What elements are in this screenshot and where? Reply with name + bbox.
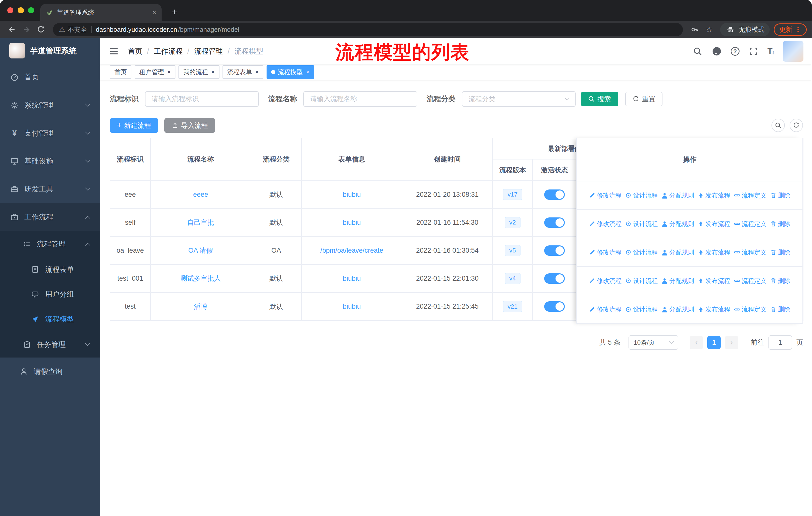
process-definition-link[interactable]: 流程定义: [734, 220, 767, 228]
reload-icon[interactable]: [34, 23, 48, 36]
prev-page-button[interactable]: ‹: [690, 336, 703, 349]
delete-link[interactable]: 删除: [770, 305, 790, 314]
assign-rule-link[interactable]: 分配规则: [662, 191, 694, 199]
toggle-search-button[interactable]: [772, 119, 785, 132]
active-toggle[interactable]: [544, 217, 565, 228]
sidebar-item-leave-query[interactable]: 请假查询: [0, 357, 100, 385]
active-toggle[interactable]: [544, 273, 565, 284]
back-icon[interactable]: [5, 23, 19, 36]
font-size-icon[interactable]: T↕: [767, 47, 774, 56]
process-name-link[interactable]: OA 请假: [188, 247, 213, 254]
page-number-1[interactable]: 1: [707, 336, 721, 349]
github-icon[interactable]: [712, 46, 722, 56]
process-definition-link[interactable]: 流程定义: [734, 277, 767, 285]
tag-close-icon[interactable]: ×: [167, 69, 171, 76]
zoom-window-button[interactable]: [28, 7, 34, 13]
publish-process-link[interactable]: 发布流程: [698, 305, 730, 314]
publish-process-link[interactable]: 发布流程: [698, 248, 730, 256]
sidebar-item-user-group[interactable]: 用户分组: [0, 282, 100, 307]
minimize-window-button[interactable]: [18, 7, 24, 13]
process-id-input[interactable]: [145, 91, 259, 107]
user-avatar[interactable]: [783, 41, 804, 61]
sidebar-item-process-model[interactable]: 流程模型: [0, 307, 100, 332]
search-icon[interactable]: [692, 46, 703, 56]
create-process-button[interactable]: + 新建流程: [110, 118, 158, 133]
tab-close-icon[interactable]: ×: [152, 8, 156, 17]
form-info-link[interactable]: biubiu: [343, 303, 361, 310]
modify-process-link[interactable]: 修改流程: [589, 277, 622, 285]
process-name-input[interactable]: [303, 91, 417, 107]
help-icon[interactable]: ?: [731, 47, 740, 56]
sidebar-item-payment[interactable]: ¥ 支付管理: [0, 119, 100, 147]
close-window-button[interactable]: [7, 7, 13, 13]
fullscreen-icon[interactable]: [748, 46, 759, 56]
view-tag[interactable]: 流程表单 ×: [223, 65, 263, 79]
active-toggle[interactable]: [544, 301, 565, 312]
modify-process-link[interactable]: 修改流程: [589, 248, 622, 256]
form-info-link[interactable]: biubiu: [343, 275, 361, 282]
design-process-link[interactable]: 设计流程: [625, 305, 658, 314]
breadcrumb-home[interactable]: 首页: [128, 46, 142, 56]
assign-rule-link[interactable]: 分配规则: [662, 277, 694, 285]
active-toggle[interactable]: [544, 189, 565, 200]
publish-process-link[interactable]: 发布流程: [698, 191, 730, 199]
view-tag[interactable]: 我的流程 ×: [178, 65, 219, 79]
sidebar-item-infrastructure[interactable]: 基础设施: [0, 147, 100, 175]
sidebar-item-system[interactable]: 系统管理: [0, 91, 100, 119]
password-key-icon[interactable]: [688, 23, 701, 36]
sidebar-item-process-management[interactable]: 流程管理: [0, 231, 100, 257]
next-page-button[interactable]: ›: [725, 336, 738, 349]
tag-close-icon[interactable]: ×: [306, 69, 309, 76]
process-name-link[interactable]: 滔博: [194, 303, 207, 310]
process-definition-link[interactable]: 流程定义: [734, 248, 767, 256]
forward-icon[interactable]: [20, 23, 33, 36]
goto-page-input[interactable]: [768, 335, 792, 350]
view-tag[interactable]: 首页 ×: [110, 65, 132, 79]
process-definition-link[interactable]: 流程定义: [734, 191, 767, 199]
reset-button[interactable]: 重置: [625, 92, 663, 106]
browser-menu-icon[interactable]: ⋮: [795, 26, 802, 33]
publish-process-link[interactable]: 发布流程: [698, 277, 730, 285]
sidebar-item-workflow[interactable]: 工作流程: [0, 203, 100, 231]
breadcrumb-process-management[interactable]: 流程管理: [194, 46, 223, 56]
app-logo[interactable]: 芋道管理系统: [0, 38, 100, 63]
delete-link[interactable]: 删除: [770, 248, 790, 256]
sidebar-item-home[interactable]: 首页: [0, 63, 100, 91]
delete-link[interactable]: 删除: [770, 277, 790, 285]
page-size-select[interactable]: 10条/页: [629, 335, 678, 350]
assign-rule-link[interactable]: 分配规则: [662, 305, 694, 314]
form-info-link[interactable]: /bpm/oa/leave/create: [320, 247, 383, 254]
process-category-select[interactable]: 流程分类: [462, 91, 576, 107]
view-tag[interactable]: 租户管理 ×: [135, 65, 175, 79]
import-process-button[interactable]: 导入流程: [164, 118, 215, 133]
tag-close-icon[interactable]: ×: [255, 69, 259, 76]
refresh-button[interactable]: [790, 119, 803, 132]
design-process-link[interactable]: 设计流程: [625, 277, 658, 285]
tag-close-icon[interactable]: ×: [211, 69, 215, 76]
assign-rule-link[interactable]: 分配规则: [662, 220, 694, 228]
modify-process-link[interactable]: 修改流程: [589, 305, 622, 314]
sidebar-item-process-form[interactable]: 流程表单: [0, 257, 100, 282]
publish-process-link[interactable]: 发布流程: [698, 220, 730, 228]
sidebar-item-devtools[interactable]: 研发工具: [0, 175, 100, 203]
breadcrumb-workflow[interactable]: 工作流程: [154, 46, 183, 56]
collapse-sidebar-icon[interactable]: [108, 46, 120, 57]
process-definition-link[interactable]: 流程定义: [734, 305, 767, 314]
design-process-link[interactable]: 设计流程: [625, 191, 658, 199]
view-tag[interactable]: 流程模型 ×: [266, 65, 314, 79]
search-button[interactable]: 搜索: [581, 92, 618, 106]
form-info-link[interactable]: biubiu: [343, 219, 361, 226]
new-tab-button[interactable]: +: [168, 5, 181, 19]
browser-tab[interactable]: 芋道管理系统 ×: [40, 4, 161, 21]
delete-link[interactable]: 删除: [770, 191, 790, 199]
form-info-link[interactable]: biubiu: [343, 191, 361, 198]
process-name-link[interactable]: 自己审批: [187, 219, 214, 226]
process-name-link[interactable]: 测试多审批人: [180, 275, 221, 282]
modify-process-link[interactable]: 修改流程: [589, 191, 622, 199]
address-bar[interactable]: ⚠ 不安全 dashboard.yudao.iocoder.cn /bpm/ma…: [53, 23, 683, 36]
bookmark-star-icon[interactable]: ☆: [702, 23, 716, 36]
design-process-link[interactable]: 设计流程: [625, 220, 658, 228]
process-name-link[interactable]: eeee: [193, 191, 208, 198]
design-process-link[interactable]: 设计流程: [625, 248, 658, 256]
update-chip[interactable]: 更新 ⋮: [774, 23, 807, 36]
